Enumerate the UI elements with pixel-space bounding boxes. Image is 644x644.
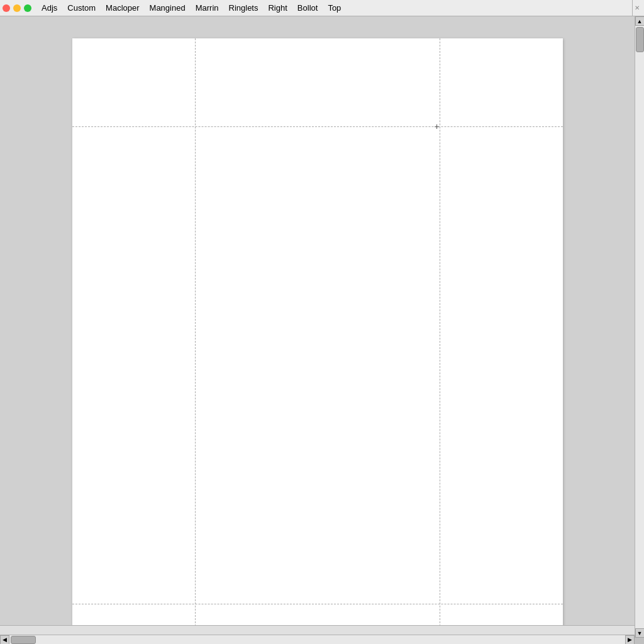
scroll-down-arrow[interactable]: ▼	[635, 628, 645, 638]
guide-horizontal-top	[72, 126, 563, 127]
menu-item-top[interactable]: Top	[323, 2, 346, 14]
scroll-thumb-bottom[interactable]	[11, 636, 36, 644]
guide-horizontal-bottom	[72, 604, 563, 604]
scroll-track-bottom[interactable]	[9, 635, 625, 644]
menu-item-right[interactable]: Right	[263, 2, 292, 14]
scroll-track-right[interactable]	[635, 26, 644, 628]
corner-close[interactable]: ✕	[632, 0, 641, 16]
menu-item-mangined[interactable]: Mangined	[145, 2, 191, 14]
window-maximize-button[interactable]	[24, 4, 31, 12]
menu-item-custom[interactable]: Custom	[62, 2, 101, 14]
menu-item-adjs[interactable]: Adjs	[36, 2, 62, 14]
menubar: Adjs Custom Macloper Mangined Marrin Rin…	[0, 0, 644, 16]
menu-item-bollot[interactable]: Bollot	[292, 2, 323, 14]
scroll-right-arrow[interactable]: ▶	[625, 635, 635, 645]
scrollbar-bottom[interactable]: ◀ ▶	[0, 635, 635, 644]
scroll-up-arrow[interactable]: ▲	[635, 16, 645, 26]
statusbar	[0, 625, 635, 635]
scroll-left-arrow[interactable]: ◀	[0, 635, 9, 645]
window-controls	[3, 4, 31, 12]
canvas-area: +	[0, 16, 635, 635]
scroll-thumb-right[interactable]	[636, 27, 644, 52]
guide-vertical-left	[195, 38, 196, 635]
menu-item-ringlets[interactable]: Ringlets	[224, 2, 264, 14]
scrollbar-right[interactable]: ▲ ▼	[635, 16, 644, 638]
menu-item-marrin[interactable]: Marrin	[191, 2, 224, 14]
window-minimize-button[interactable]	[13, 4, 21, 12]
menu-item-macloper[interactable]: Macloper	[101, 2, 144, 14]
page: +	[72, 38, 563, 635]
cursor-plus-icon: +	[432, 121, 442, 131]
canvas-content: +	[0, 16, 635, 635]
window-close-button[interactable]	[3, 4, 10, 12]
